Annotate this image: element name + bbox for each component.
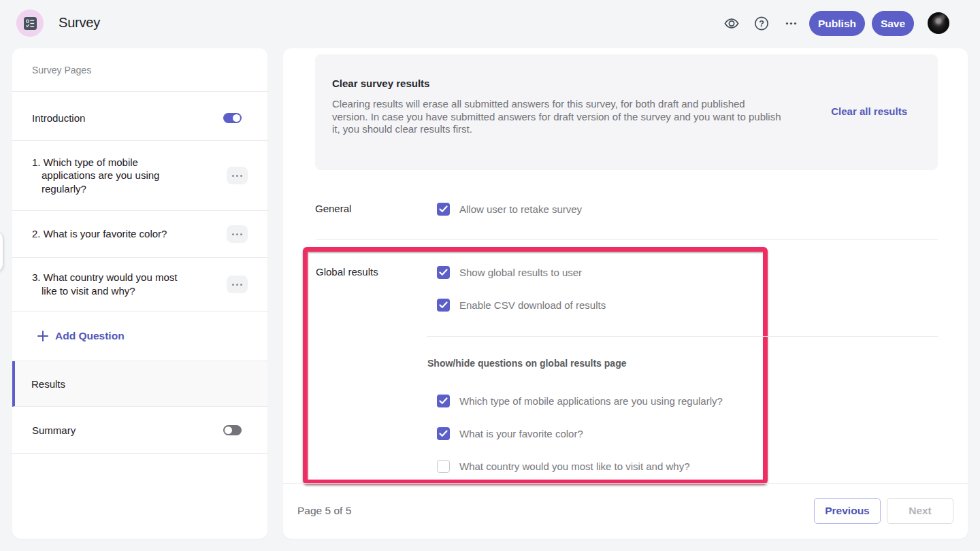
svg-text:?: ? (759, 19, 764, 29)
